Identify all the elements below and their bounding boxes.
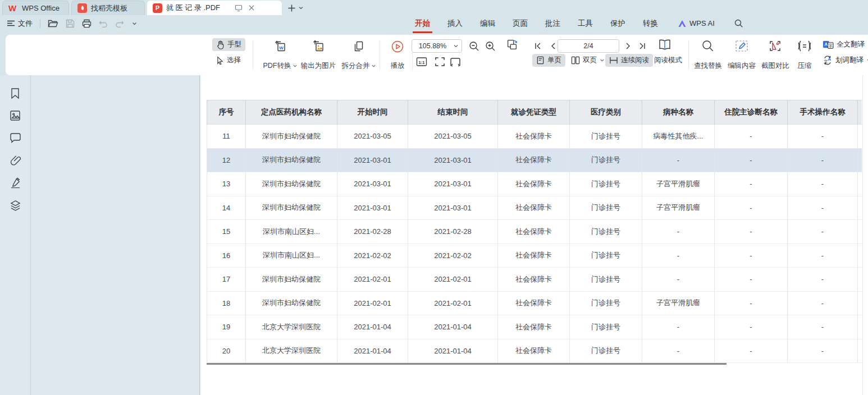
layers-panel-icon[interactable] [10,200,22,212]
double-page-button[interactable]: 双页 [567,54,609,67]
menubar-search-icon[interactable] [734,19,743,28]
comment-panel-icon[interactable] [10,132,22,145]
last-page-button[interactable] [636,39,649,53]
play-button[interactable]: 播放 [386,39,409,71]
table-cell: 深圳市南山区妇... [246,244,337,268]
wps-ai-icon [678,20,687,27]
export-as-image-button[interactable]: 输出为图片 [300,39,337,71]
zoom-in-button[interactable] [483,39,497,53]
word-translate-button[interactable]: A 文 划词翻译 [819,54,868,67]
thumbnail-panel-icon[interactable] [10,110,22,122]
single-page-button[interactable]: 单页 [532,54,565,67]
actual-size-button[interactable]: 1:1 [415,55,428,68]
table-cell: 门诊挂号 [570,339,642,364]
table-row[interactable]: 19北京大学深圳医院2021-01-042021-01-04社会保障卡门诊挂号-… [207,315,862,339]
table-row[interactable]: 11深圳市妇幼保健院2021-03-052021-03-05社会保障卡门诊挂号病… [207,125,862,149]
table-row[interactable]: 16深圳市南山区妇...2021-02-022021-02-02社会保障卡门诊挂… [207,244,862,268]
find-replace-button[interactable]: 查找替换 [693,39,723,71]
file-menu-button[interactable]: 文件 [7,19,33,29]
open-file-icon[interactable] [48,19,58,28]
table-cell: 2021-03-01 [337,172,408,196]
chevron-down-icon [600,58,605,63]
zoom-out-button[interactable] [467,39,481,53]
table-row[interactable]: 12深圳市妇幼保健院2021-03-012021-03-01社会保障卡门诊挂号-… [207,149,862,173]
screenshot-compare-button[interactable]: 截图对比 [760,39,791,71]
first-page-icon [534,42,542,50]
select-tool-button[interactable]: 选择 [212,54,245,67]
fit-page-button[interactable] [433,55,446,68]
fit-width-button[interactable] [449,55,462,68]
table-cell: 2021-02-01 [337,292,408,316]
first-page-button[interactable] [531,39,545,53]
table-cell: 社会保障卡 [498,268,570,292]
menu-item-home[interactable]: 开始 [414,16,431,31]
open-book-icon [658,39,671,51]
table-row[interactable]: 15深圳市南山区妇...2021-02-282021-02-28社会保障卡门诊挂… [207,220,862,244]
close-tab-icon[interactable] [248,4,255,11]
table-row[interactable]: 17深圳市妇幼保健院2021-02-012021-02-01社会保障卡门诊挂号-… [207,268,862,292]
split-merge-button[interactable]: 拆分合并 [341,39,376,71]
menu-item-page[interactable]: 页面 [511,16,529,31]
menu-item-edit[interactable]: 编辑 [479,16,496,31]
redo-icon[interactable] [115,20,124,27]
table-row[interactable]: 13深圳市妇幼保健院2021-03-012021-03-01社会保障卡门诊挂号子… [207,172,862,196]
print-icon[interactable] [82,19,92,28]
column-header: 定点医药机构名称 [246,100,337,125]
compress-button[interactable]: 压缩 [794,39,815,71]
signature-panel-icon[interactable] [10,177,22,190]
new-tab-button[interactable] [287,1,304,15]
table-cell: 门诊挂号 [570,220,642,244]
table-bottom-border [207,363,727,365]
tab-wps-office[interactable]: W WPS Office [2,1,69,15]
table-row[interactable]: 14深圳市妇幼保健院2021-03-012021-03-01社会保障卡门诊挂号子… [207,196,862,221]
table-cell: - [788,292,858,316]
table-cell: 12 [207,149,246,173]
vertical-scrollbar[interactable] [862,75,868,395]
table-cell: 19 [207,315,246,339]
table-cell: 2021-01-04 [337,315,408,339]
send-to-device-icon[interactable] [235,4,243,12]
fit-width-icon [450,57,461,67]
pdf-page: 序号定点医药机构名称开始时间结束时间就诊凭证类型医疗类别病种名称住院主诊断名称手… [200,75,862,395]
save-icon[interactable] [66,19,75,28]
table-cell: 深圳市妇幼保健院 [246,268,337,292]
hand-tool-button[interactable]: 手型 [212,38,245,51]
table-cell: - [788,125,858,149]
qat-more-icon[interactable] [131,21,138,26]
attachment-panel-icon[interactable] [10,155,22,167]
read-mode-icon-button[interactable] [658,38,671,52]
table-cell: 18 [207,292,246,316]
zoom-level-combobox[interactable]: 105.88% [412,39,462,53]
bookmark-panel-icon[interactable] [10,88,22,100]
wps-ai-button[interactable]: WPS AI [678,19,715,27]
next-page-button[interactable] [622,39,635,53]
full-text-translate-button[interactable]: A 字 全文翻译 [819,38,868,51]
table-cell: - [715,315,788,339]
page-number-input[interactable]: 2/4 [558,39,619,53]
menu-item-insert[interactable]: 插入 [446,16,464,31]
menu-item-tools[interactable]: 工具 [577,16,594,31]
menu-item-protect[interactable]: 保护 [609,16,627,31]
table-cell: - [642,315,715,339]
menu-item-convert[interactable]: 转换 [642,16,659,31]
table-cell: - [642,220,715,244]
edit-content-button[interactable]: 编辑内容 [727,39,757,71]
table-row[interactable]: 20北京大学深圳医院2021-01-042021-01-04社会保障卡门诊挂号-… [207,339,862,364]
split-merge-label: 拆分合并 [342,61,370,71]
read-mode-button[interactable]: 阅读模式 [650,54,686,67]
chevron-down-icon [453,43,459,49]
pdf-convert-button[interactable]: W PDF转换 [263,39,298,71]
table-cell [858,172,862,196]
screenshot-compare-label: 截图对比 [761,61,789,71]
menu-item-annotate[interactable]: 批注 [544,16,561,31]
divider [253,40,253,70]
table-row[interactable]: 18深圳市妇幼保健院2021-02-012021-02-01社会保障卡门诊挂号子… [207,292,862,316]
table-cell [858,196,862,221]
continuous-read-button[interactable]: 连续阅读 [605,54,653,67]
tab-docer-templates[interactable]: 找稻壳模板 [71,1,145,15]
document-workspace: 序号定点医药机构名称开始时间结束时间就诊凭证类型医疗类别病种名称住院主诊断名称手… [0,75,868,395]
rotate-pages-button[interactable] [505,38,519,52]
undo-icon[interactable] [99,20,108,27]
table-cell: 子宫平滑肌瘤 [642,196,715,221]
tab-active-document[interactable]: P 就 医 记 录 .PDF [147,1,282,15]
